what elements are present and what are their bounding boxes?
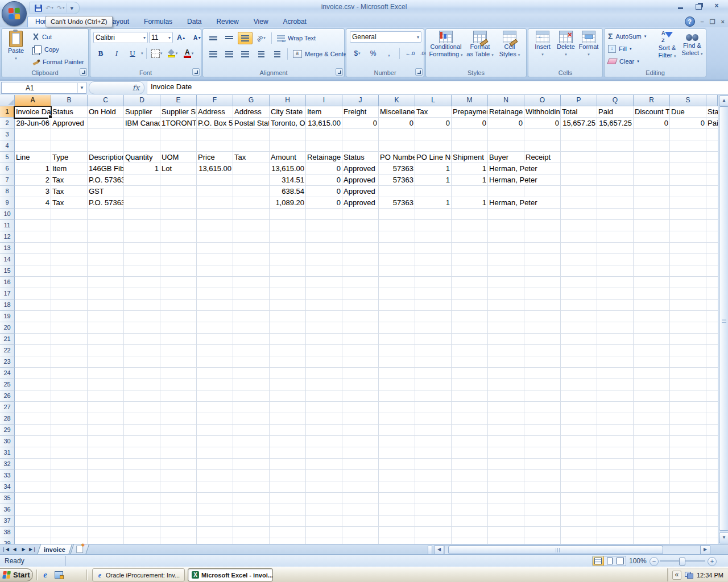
cell-I5[interactable]: Retainage [306, 152, 342, 163]
cell-D1[interactable]: Supplier [124, 106, 160, 117]
zoom-level[interactable]: 100% [629, 557, 647, 565]
delete-cells-button[interactable]: Delete▾ [555, 31, 577, 58]
row-header-14[interactable]: 14 [0, 254, 15, 265]
column-header-K[interactable]: K [379, 95, 415, 106]
row-header-38[interactable]: 38 [0, 527, 15, 538]
cell-O1[interactable]: Withholding [524, 106, 560, 117]
column-header-E[interactable]: E [160, 95, 197, 106]
align-top-button[interactable] [206, 32, 221, 44]
cell-H8[interactable]: 638.54 [270, 186, 305, 197]
cell-M6[interactable]: 1 [452, 163, 487, 174]
normal-view-button[interactable] [593, 556, 604, 566]
hscroll-thumb[interactable] [448, 546, 663, 554]
horizontal-scrollbar[interactable] [444, 545, 701, 555]
row-header-21[interactable]: 21 [0, 334, 15, 345]
insert-cells-button[interactable]: Insert▾ [532, 31, 553, 58]
start-button[interactable]: Start [0, 568, 33, 581]
row-header-23[interactable]: 23 [0, 356, 15, 368]
workbook-restore-button[interactable]: ❐ [710, 18, 715, 26]
column-header-T[interactable] [706, 95, 718, 106]
row-header-31[interactable]: 31 [0, 447, 15, 459]
orientation-button[interactable]: ab▾ [254, 32, 268, 44]
select-all-corner[interactable] [0, 95, 15, 106]
font-family-combo[interactable]: Calibri▾ [93, 32, 148, 43]
column-header-N[interactable]: N [488, 95, 524, 106]
cell-styles-button[interactable]: CellStyles ▾ [497, 31, 523, 59]
cell-K6[interactable]: 57363 [379, 163, 415, 174]
column-header-B[interactable]: B [51, 95, 88, 106]
cell-C6[interactable]: 146GB Fibre [88, 163, 123, 174]
column-header-L[interactable]: L [415, 95, 452, 106]
cell-K2[interactable]: 0 [379, 118, 415, 128]
column-header-F[interactable]: F [197, 95, 233, 106]
row-header-11[interactable]: 11 [0, 220, 15, 231]
tab-acrobat[interactable]: Acrobat [276, 16, 314, 27]
align-left-button[interactable] [206, 48, 221, 60]
row-header-19[interactable]: 19 [0, 311, 15, 322]
column-header-H[interactable]: H [270, 95, 306, 106]
cell-J8[interactable]: Approved [342, 186, 378, 197]
cell-K9[interactable]: 57363 [379, 197, 415, 208]
fill-handle[interactable] [48, 115, 52, 119]
row-header-17[interactable]: 17 [0, 288, 15, 300]
cell-G5[interactable]: Tax [233, 152, 269, 163]
cell-M1[interactable]: Prepayment [452, 106, 487, 117]
cell-M5[interactable]: Shipment [452, 152, 487, 163]
row-header-5[interactable]: 5 [0, 152, 15, 163]
minimize-button[interactable] [675, 2, 686, 10]
cell-B8[interactable]: Tax [51, 186, 87, 197]
cell-I9[interactable]: 0 [306, 197, 342, 208]
insert-worksheet-tab[interactable] [70, 544, 89, 555]
cell-J7[interactable]: Approved [342, 174, 378, 185]
font-size-combo[interactable]: 11▾ [149, 32, 173, 43]
font-dialog-launcher[interactable] [192, 68, 200, 76]
wrap-text-button[interactable]: Wrap Text [275, 32, 318, 44]
sheet-nav-first-icon[interactable]: ❘◀ [1, 546, 10, 554]
format-as-table-button[interactable]: Formatas Table ▾ [465, 31, 495, 59]
autosum-button[interactable]: ΣAutoSum ▾ [606, 30, 648, 43]
copy-button[interactable]: Copy [30, 43, 86, 56]
column-header-D[interactable]: D [124, 95, 160, 106]
underline-button[interactable]: U [125, 47, 140, 60]
cell-N5[interactable]: Buyer [488, 152, 524, 163]
clear-button[interactable]: Clear ▾ [606, 55, 648, 68]
task-button-oracle-iprocurement[interactable]: e Oracle iProcurement: Inv... [92, 568, 185, 581]
column-header-R[interactable]: R [634, 95, 670, 106]
cell-F1[interactable]: Address [197, 106, 233, 117]
vertical-scrollbar[interactable]: ▲ ▼ [718, 95, 728, 544]
cell-S1[interactable]: Due [670, 106, 706, 117]
column-header-M[interactable]: M [452, 95, 488, 106]
formula-input[interactable]: Invoice Date [147, 81, 728, 95]
cell-A9[interactable]: 4 [15, 197, 51, 208]
cell-J9[interactable]: Approved [342, 197, 378, 208]
align-bottom-button[interactable] [238, 32, 253, 44]
sheet-nav-last-icon[interactable]: ▶❘ [28, 546, 37, 554]
row-header-22[interactable]: 22 [0, 345, 15, 356]
bold-button[interactable]: B [93, 47, 108, 60]
borders-button[interactable]: ▾ [150, 47, 164, 60]
row-header-13[interactable]: 13 [0, 243, 15, 254]
cell-F5[interactable]: Price [197, 152, 233, 163]
column-header-O[interactable]: O [524, 95, 561, 106]
column-header-S[interactable]: S [670, 95, 706, 106]
cell-R1[interactable]: Discount Taken [634, 106, 669, 117]
cell-A7[interactable]: 2 [15, 174, 51, 185]
cell-E6[interactable]: Lot [160, 163, 196, 174]
fill-color-button[interactable]: ▾ [166, 47, 180, 60]
row-header-29[interactable]: 29 [0, 425, 15, 436]
cell-C1[interactable]: On Hold [88, 106, 123, 117]
workbook-close-button[interactable]: × [721, 18, 725, 26]
column-header-J[interactable]: J [342, 95, 379, 106]
cell-B9[interactable]: Tax [51, 197, 87, 208]
cell-I2[interactable]: 13,615.00 [306, 118, 342, 128]
row-header-12[interactable]: 12 [0, 231, 15, 243]
row-header-2[interactable]: 2 [0, 118, 15, 129]
cell-N2[interactable]: 0 [488, 118, 524, 128]
find-select-button[interactable]: Find &Select ▾ [680, 31, 705, 57]
increase-indent-button[interactable] [270, 48, 284, 60]
cell-D2[interactable]: IBM Canada [124, 118, 160, 128]
clipboard-dialog-launcher[interactable] [80, 68, 87, 76]
row-header-24[interactable]: 24 [0, 368, 15, 379]
cut-button[interactable]: Cut [30, 31, 86, 43]
row-header-28[interactable]: 28 [0, 413, 15, 425]
